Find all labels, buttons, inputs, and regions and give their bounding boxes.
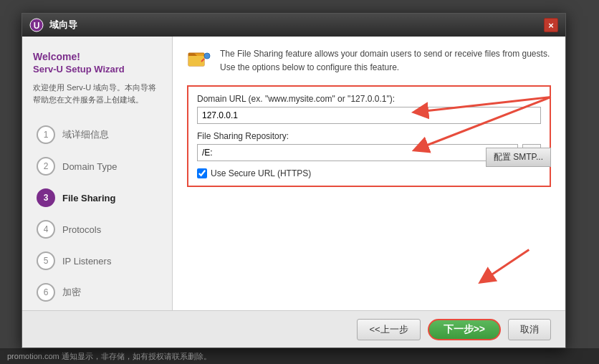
statusbar: promotion.com 通知显示，非存储，如有授权请联系删除。 [0,348,599,364]
repo-label: File Sharing Repository: [197,131,541,141]
next-button[interactable]: 下一步>> [428,319,501,340]
sidebar-description: 欢迎使用 Serv-U 域向导。本向导将帮助您在文件服务器上创建域。 [33,82,161,105]
step-label-6: 加密 [62,286,81,299]
step-item-4[interactable]: 4 Protocols [33,214,161,244]
dialog-window: U 域向导 × Welcome! Serv-U Setup Wizard 欢迎使… [21,13,566,348]
sidebar: Welcome! Serv-U Setup Wizard 欢迎使用 Serv-U… [22,37,173,310]
config-box: Domain URL (ex. "www.mysite.com" or "127… [187,85,551,187]
step-item-5[interactable]: 5 IP Listeners [33,246,161,276]
step-item-3[interactable]: 3 File Sharing [33,183,161,213]
main-content: The File Sharing feature allows your dom… [173,37,565,310]
step-label-2: Domain Type [62,161,117,172]
dialog-title: 域向导 [49,19,544,32]
feature-description-section: The File Sharing feature allows your dom… [187,47,551,75]
step-item-2[interactable]: 2 Domain Type [33,151,161,181]
statusbar-text: promotion.com 通知显示，非存储，如有授权请联系删除。 [7,351,211,362]
smtp-configure-button[interactable]: 配置 SMTP... [486,148,551,167]
step-label-5: IP Listeners [62,256,111,267]
step-number-3: 3 [37,188,55,207]
svg-point-5 [204,53,210,59]
step-item-1[interactable]: 1 域详细信息 [33,120,161,150]
domain-url-input[interactable] [197,107,541,124]
step-item-6[interactable]: 6 加密 [33,277,161,307]
step-number-6: 6 [37,283,55,302]
svg-text:U: U [34,21,40,31]
secure-url-checkbox[interactable] [197,168,207,178]
step-number-4: 4 [37,220,55,239]
domain-url-label: Domain URL (ex. "www.mysite.com" or "127… [197,94,541,104]
step-label-1: 域详细信息 [62,128,109,141]
sidebar-welcome-line1: Welcome! [33,51,161,62]
step-label-4: Protocols [62,224,101,235]
secure-url-label: Use Secure URL (HTTPS) [211,168,311,178]
step-number-2: 2 [37,157,55,176]
step-number-5: 5 [37,252,55,270]
sidebar-welcome-line2: Serv-U Setup Wizard [33,64,161,75]
sidebar-steps-list: 1 域详细信息 2 Domain Type 3 File Sharing 4 P… [33,120,161,307]
feature-description-text: The File Sharing feature allows your dom… [220,47,551,75]
titlebar: U 域向导 × [22,14,565,37]
step-number-1: 1 [37,125,55,144]
dialog-body: Welcome! Serv-U Setup Wizard 欢迎使用 Serv-U… [22,37,565,310]
secure-url-checkbox-row: Use Secure URL (HTTPS) [197,168,541,178]
svg-line-10 [485,250,529,279]
cancel-button[interactable]: 取消 [508,319,551,340]
app-logo-icon: U [29,18,44,32]
repo-path-input[interactable] [197,144,518,161]
back-button[interactable]: <<上一步 [357,319,420,340]
dialog-footer: <<上一步 下一步>> 取消 [22,310,565,348]
close-button[interactable]: × [544,18,558,32]
step-label-3: File Sharing [62,193,115,203]
file-sharing-icon [187,47,213,73]
